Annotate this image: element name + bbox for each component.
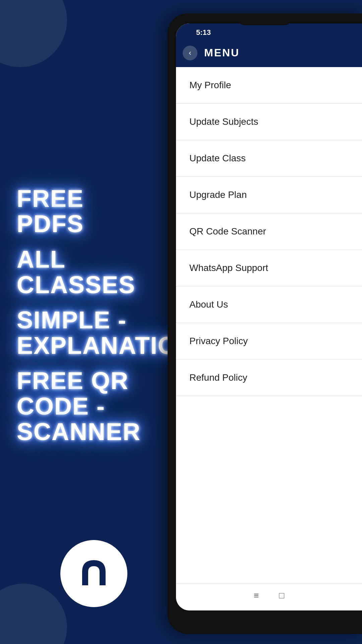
phone-mockup: 5:13 ‹ MENU My Profile Update Subjects U…	[168, 13, 362, 634]
menu-item-update-subjects[interactable]: Update Subjects	[176, 104, 362, 140]
back-icon: ‹	[189, 49, 191, 57]
phone-screen: 5:13 ‹ MENU My Profile Update Subjects U…	[176, 23, 362, 610]
menu-item-about-us[interactable]: About Us	[176, 286, 362, 323]
status-time: 5:13	[196, 28, 211, 37]
phone-notch	[238, 13, 292, 25]
menu-list: My Profile Update Subjects Update Class …	[176, 67, 362, 584]
square-icon[interactable]: □	[279, 590, 284, 601]
logo-arch-icon	[75, 555, 112, 592]
hamburger-icon[interactable]: ≡	[254, 590, 259, 601]
menu-item-refund-policy[interactable]: Refund Policy	[176, 360, 362, 396]
menu-item-qr-code-scanner[interactable]: QR Code Scanner	[176, 213, 362, 250]
bottom-nav-bar: ≡ □	[176, 584, 362, 610]
menu-item-privacy-policy[interactable]: Privacy Policy	[176, 323, 362, 360]
menu-item-upgrade-plan[interactable]: Upgrade Plan	[176, 177, 362, 213]
app-header: ‹ MENU	[176, 40, 362, 67]
app-logo	[60, 540, 127, 607]
back-button[interactable]: ‹	[183, 46, 197, 60]
promo-text-free-qr: FREE QR CODE -SCANNER	[17, 368, 151, 444]
promo-text-free-pdfs: FREE PDFS	[17, 186, 151, 237]
menu-item-my-profile[interactable]: My Profile	[176, 67, 362, 104]
menu-item-whatsapp-support[interactable]: WhatsApp Support	[176, 250, 362, 286]
promo-text-all-classes: ALL CLASSES	[17, 247, 151, 298]
menu-item-update-class[interactable]: Update Class	[176, 140, 362, 177]
header-title: MENU	[204, 47, 240, 59]
status-bar: 5:13	[176, 23, 362, 40]
